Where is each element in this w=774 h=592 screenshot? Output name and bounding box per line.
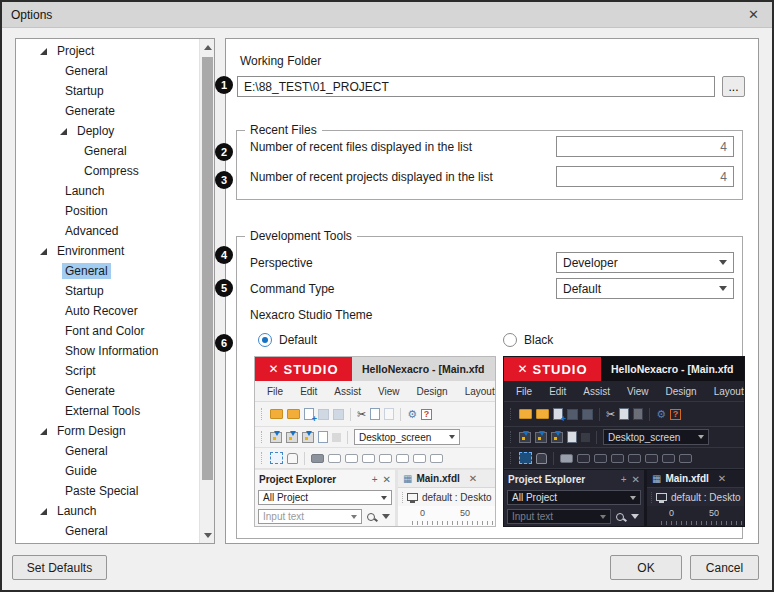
save-all-icon	[333, 409, 344, 420]
screen-combobox: Desktop_screen	[354, 429, 460, 445]
theme-default-radio[interactable]	[258, 333, 272, 347]
preview-title-bar: ✕STUDIO HelloNexacro - [Main.xfd	[504, 357, 744, 381]
development-tools-groupbox: Development Tools Perspective Developer …	[236, 236, 743, 539]
perspective-label: Perspective	[250, 256, 313, 270]
tree-item-environment[interactable]: Environment	[16, 241, 198, 261]
pin-icon: +	[372, 474, 378, 485]
form-icon: ▦	[652, 473, 661, 484]
filter-icon	[631, 514, 639, 519]
menu-layout: Layout	[714, 386, 744, 397]
tree-item-form-design[interactable]: Form Design	[16, 421, 198, 441]
recent-files-groupbox: Recent Files Number of recent files disp…	[236, 130, 743, 200]
tree-item-form-design-general[interactable]: General	[16, 441, 198, 461]
tree-item-project-startup[interactable]: Startup	[16, 81, 198, 101]
scroll-down-icon[interactable]	[200, 527, 215, 543]
tree-item-environment-generate[interactable]: Generate	[16, 381, 198, 401]
settings-gear-icon: ⚙	[407, 409, 417, 420]
pin-icon: +	[621, 474, 627, 485]
generate-icon	[302, 432, 314, 443]
tree-item-launch-general[interactable]: General	[16, 521, 198, 541]
new-file-icon: +	[553, 408, 563, 420]
step-badge-4: 4	[215, 246, 233, 264]
search-icon	[367, 513, 375, 521]
open-project-icon	[287, 409, 300, 419]
tree-item-environment-general[interactable]: General	[16, 261, 198, 281]
perspective-combobox[interactable]: Developer	[556, 252, 734, 273]
project-explorer-panel: Project Explorer+✕ All Project Input tex…	[504, 470, 644, 526]
save-all-icon	[582, 409, 593, 420]
tree-item-project-generate[interactable]: Generate	[16, 101, 198, 121]
tree-item-font-and-color[interactable]: Font and Color	[16, 321, 198, 341]
button-widget-icon	[560, 454, 573, 463]
tree-item-paste-special[interactable]: Paste Special	[16, 481, 198, 501]
theme-preview-default[interactable]: ✕STUDIO HelloNexacro - [Main.xfd File Ed…	[254, 356, 496, 527]
menu-view: View	[627, 386, 649, 397]
preview-menubar: File Edit Assist View Design Layout	[255, 381, 495, 402]
command-type-combobox[interactable]: Default	[556, 278, 734, 299]
tree-expanded-icon[interactable]	[40, 508, 47, 515]
tree-expanded-icon[interactable]	[40, 48, 47, 55]
tree-item-deploy[interactable]: Deploy	[16, 121, 198, 141]
open-folder-icon	[270, 409, 283, 419]
recent-files-count-input[interactable]	[556, 136, 734, 157]
theme-default-label: Default	[279, 333, 317, 347]
cancel-button[interactable]: Cancel	[690, 555, 759, 580]
scrollbar-thumb[interactable]	[202, 57, 213, 480]
chevron-down-icon	[351, 515, 357, 519]
tree-item-project-general[interactable]: General	[16, 61, 198, 81]
open-project-icon	[536, 409, 549, 419]
theme-black-radio[interactable]	[503, 333, 517, 347]
preview-menubar: File Edit Assist View Design Layout	[504, 381, 744, 402]
tree-item-project-position[interactable]: Position	[16, 201, 198, 221]
hand-tool-icon	[287, 453, 298, 464]
deploy-icon	[519, 432, 531, 443]
combo-widget-icon	[328, 454, 341, 463]
panel-close-icon: ✕	[632, 474, 640, 485]
theme-preview-black[interactable]: ✕STUDIO HelloNexacro - [Main.xfd File Ed…	[503, 356, 745, 527]
scroll-up-icon[interactable]	[200, 39, 215, 55]
tree-item-external-tools[interactable]: External Tools	[16, 401, 198, 421]
tree-item-show-information[interactable]: Show Information	[16, 341, 198, 361]
preview-window-title: HelloNexacro - [Main.xfd	[352, 357, 495, 381]
ok-button[interactable]: OK	[610, 555, 682, 580]
all-project-combobox: All Project	[258, 490, 392, 505]
search-input: Input text	[258, 509, 362, 524]
working-folder-input[interactable]	[237, 76, 715, 97]
set-defaults-button[interactable]: Set Defaults	[12, 555, 107, 580]
tree-item-project[interactable]: Project	[16, 41, 198, 61]
logo-x-icon: ✕	[268, 362, 279, 376]
tree-item-script[interactable]: Script	[16, 361, 198, 381]
browse-button[interactable]: ...	[722, 76, 745, 97]
tree-item-project-advanced[interactable]: Advanced	[16, 221, 198, 241]
theme-black-label: Black	[524, 333, 553, 347]
tree-expanded-icon[interactable]	[40, 428, 47, 435]
select-tool-icon	[270, 452, 283, 464]
hand-tool-icon	[536, 453, 547, 464]
tree-item-project-launch[interactable]: Launch	[16, 181, 198, 201]
tree-item-launch[interactable]: Launch	[16, 501, 198, 521]
tree-item-auto-recover[interactable]: Auto Recover	[16, 301, 198, 321]
logo-x-icon: ✕	[517, 362, 528, 376]
preview-toolbar-widgets	[504, 448, 744, 469]
tab-close-icon: ✕	[718, 473, 726, 484]
open-folder-icon	[519, 409, 532, 419]
tree-item-environment-startup[interactable]: Startup	[16, 281, 198, 301]
menu-design: Design	[666, 386, 697, 397]
tree-item-deploy-general[interactable]: General	[16, 141, 198, 161]
step-badge-2: 2	[215, 143, 233, 161]
tree-item-deploy-compress[interactable]: Compress	[16, 161, 198, 181]
menu-file: File	[516, 386, 532, 397]
command-type-label: Command Type	[250, 282, 335, 296]
chevron-down-icon	[381, 496, 387, 500]
tree-expanded-icon[interactable]	[60, 128, 67, 135]
close-icon[interactable]: ✕	[744, 7, 763, 22]
preview-workspace: Project Explorer+✕ All Project Input tex…	[255, 469, 495, 526]
preview-workspace: Project Explorer+✕ All Project Input tex…	[504, 469, 744, 526]
tree-item-guide[interactable]: Guide	[16, 461, 198, 481]
project-explorer-title: Project Explorer	[508, 474, 585, 485]
recent-projects-count-input[interactable]	[556, 166, 734, 187]
tree-expanded-icon[interactable]	[40, 248, 47, 255]
tree-scrollbar[interactable]	[199, 39, 214, 543]
cut-icon: ✂	[357, 409, 366, 420]
studio-logo: ✕STUDIO	[504, 357, 601, 381]
